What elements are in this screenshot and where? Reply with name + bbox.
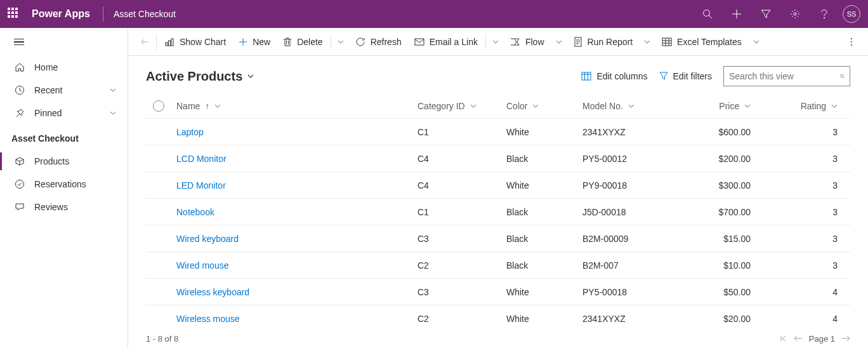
- chevron-down-icon: [470, 103, 477, 109]
- help-icon[interactable]: [811, 0, 838, 28]
- cell-model: PY5-00012: [577, 145, 704, 172]
- nav-pinned[interactable]: Pinned: [0, 102, 128, 124]
- record-link[interactable]: Wireless keyboard: [176, 287, 249, 297]
- search-input[interactable]: [729, 71, 840, 81]
- svg-point-24: [851, 41, 852, 43]
- check-circle-icon: [14, 178, 25, 190]
- column-header-color[interactable]: Color: [501, 94, 577, 119]
- cell-model: PY9-00018: [577, 172, 704, 199]
- svg-point-23: [851, 38, 852, 39]
- excel-templates-chevron[interactable]: [748, 28, 765, 56]
- home-icon: [14, 62, 25, 73]
- user-avatar[interactable]: SS: [843, 5, 860, 23]
- table-row[interactable]: Wireless keyboardC3WhitePY5-00018$50.004: [146, 279, 850, 305]
- column-header-price[interactable]: Price: [704, 94, 789, 119]
- cell-name: Laptop: [171, 119, 412, 145]
- run-report-button[interactable]: Run Report: [567, 28, 640, 56]
- flow-chevron[interactable]: [551, 28, 567, 56]
- row-select[interactable]: [146, 279, 171, 305]
- record-link[interactable]: Wired mouse: [176, 260, 228, 271]
- back-button[interactable]: [135, 28, 155, 56]
- row-select[interactable]: [146, 199, 171, 225]
- delete-button[interactable]: Delete: [277, 28, 329, 56]
- show-chart-button[interactable]: Show Chart: [158, 28, 232, 56]
- prev-page-button[interactable]: [794, 335, 803, 342]
- table-row[interactable]: LED MonitorC4WhitePY9-00018$300.003: [146, 172, 850, 199]
- table-row[interactable]: NotebookC1BlackJ5D-00018$700.003: [146, 199, 850, 225]
- select-all-header[interactable]: [146, 94, 171, 119]
- record-link[interactable]: LCD Monitor: [176, 154, 227, 164]
- sidebar-toggle[interactable]: [0, 28, 128, 56]
- cell-price: $300.00: [704, 172, 789, 199]
- svg-rect-13: [415, 39, 424, 45]
- app-launcher-icon[interactable]: [8, 8, 20, 20]
- cell-name: Wireless mouse: [171, 305, 412, 330]
- grid-footer: 1 - 8 of 8 Page 1: [128, 329, 868, 348]
- excel-templates-button[interactable]: Excel Templates: [655, 28, 748, 56]
- cell-category: C1: [412, 199, 501, 225]
- cell-color: Black: [501, 199, 577, 225]
- cell-name: Notebook: [171, 199, 412, 225]
- table-row[interactable]: Wired keyboardC3BlackB2M-00009$15.003: [146, 225, 850, 252]
- record-count: 1 - 8 of 8: [146, 334, 178, 344]
- cell-category: C4: [412, 172, 501, 199]
- row-select[interactable]: [146, 119, 171, 145]
- pin-icon: [14, 107, 25, 119]
- row-select[interactable]: [146, 252, 171, 279]
- column-header-name[interactable]: Name ↑: [171, 94, 412, 119]
- table-row[interactable]: LCD MonitorC4BlackPY5-00012$200.003: [146, 145, 850, 172]
- cell-model: B2M-00009: [577, 225, 704, 252]
- email-split-chevron[interactable]: [487, 28, 504, 56]
- edit-columns-button[interactable]: Edit columns: [581, 71, 647, 81]
- filter-icon[interactable]: [753, 0, 779, 28]
- column-header-model[interactable]: Model No.: [577, 94, 704, 119]
- add-icon[interactable]: [723, 0, 750, 28]
- cell-model: 2341XYXZ: [577, 119, 704, 145]
- nav-reviews[interactable]: Reviews: [0, 196, 128, 218]
- refresh-button[interactable]: Refresh: [349, 28, 408, 56]
- nav-home[interactable]: Home: [0, 56, 128, 79]
- view-selector[interactable]: Active Products: [146, 69, 254, 84]
- first-page-button[interactable]: [780, 335, 787, 342]
- row-select[interactable]: [146, 145, 171, 172]
- search-icon[interactable]: [694, 0, 721, 28]
- more-commands-button[interactable]: [841, 28, 862, 56]
- cell-color: White: [501, 279, 577, 305]
- record-link[interactable]: Wireless mouse: [176, 314, 240, 324]
- breadcrumb[interactable]: Asset Checkout: [114, 9, 176, 19]
- search-icon: [840, 72, 845, 81]
- nav-reservations[interactable]: Reservations: [0, 173, 128, 196]
- record-link[interactable]: Notebook: [176, 207, 214, 217]
- table-row[interactable]: LaptopC1White2341XYXZ$600.003: [146, 119, 850, 145]
- new-button[interactable]: New: [232, 28, 277, 56]
- record-link[interactable]: LED Monitor: [176, 180, 226, 191]
- column-header-rating[interactable]: Rating: [789, 94, 850, 119]
- table-row[interactable]: Wireless mouseC2White2341XYXZ$20.004: [146, 305, 850, 330]
- cell-category: C3: [412, 225, 501, 252]
- settings-icon[interactable]: [782, 0, 808, 28]
- cell-model: B2M-007: [577, 252, 704, 279]
- next-page-button[interactable]: [841, 335, 850, 342]
- chevron-down-icon: [110, 110, 116, 116]
- table-row[interactable]: Wired mouseC2BlackB2M-007$10.003: [146, 252, 850, 279]
- cell-category: C3: [412, 279, 501, 305]
- delete-split-chevron[interactable]: [332, 28, 349, 56]
- record-link[interactable]: Laptop: [176, 127, 204, 137]
- nav-recent[interactable]: Recent: [0, 79, 128, 102]
- svg-point-30: [841, 74, 844, 77]
- row-select[interactable]: [146, 225, 171, 252]
- record-link[interactable]: Wired keyboard: [176, 234, 239, 244]
- nav-products[interactable]: Products: [0, 150, 128, 173]
- svg-rect-18: [662, 38, 671, 46]
- flow-button[interactable]: Flow: [504, 28, 551, 56]
- run-report-chevron[interactable]: [639, 28, 655, 56]
- quick-find-search[interactable]: [723, 66, 850, 86]
- edit-filters-button[interactable]: Edit filters: [659, 71, 712, 81]
- row-select[interactable]: [146, 305, 171, 330]
- email-link-button[interactable]: Email a Link: [408, 28, 484, 56]
- chevron-down-icon: [628, 103, 635, 109]
- cell-color: White: [501, 305, 577, 330]
- column-header-category[interactable]: Category ID: [412, 94, 501, 119]
- svg-rect-8: [166, 43, 168, 46]
- row-select[interactable]: [146, 172, 171, 199]
